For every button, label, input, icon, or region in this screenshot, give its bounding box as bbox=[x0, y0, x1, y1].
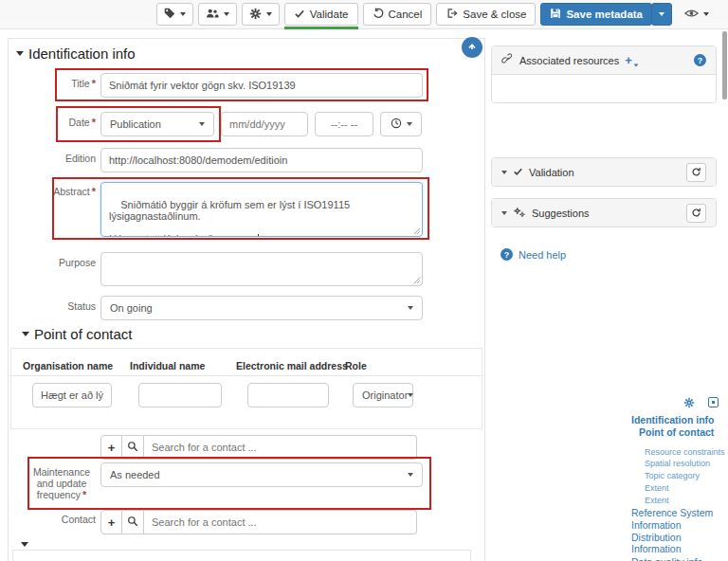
organisation-name-input[interactable] bbox=[32, 383, 112, 407]
date-label: Date* bbox=[16, 117, 96, 128]
collapse-triangle-icon[interactable] bbox=[501, 211, 507, 215]
search-contact-button[interactable] bbox=[122, 435, 144, 460]
toc-minimize-icon[interactable] bbox=[708, 397, 719, 407]
collapse-triangle-icon[interactable] bbox=[501, 171, 507, 174]
magnifier-icon bbox=[127, 441, 138, 455]
caret-down-icon bbox=[266, 12, 272, 16]
title-input[interactable] bbox=[100, 73, 423, 98]
title-label: Title* bbox=[16, 78, 96, 89]
toc-item-identification-info[interactable]: Identification info bbox=[631, 414, 728, 425]
chevron-up-icon bbox=[466, 39, 478, 56]
section-title: Identification info bbox=[28, 45, 136, 62]
associated-resources-panel: Associated resources bbox=[491, 45, 717, 103]
collapse-triangle-icon[interactable] bbox=[21, 542, 28, 547]
section-title: Point of contact bbox=[34, 326, 132, 342]
maintenance-frequency-select[interactable]: As needed bbox=[100, 462, 423, 487]
save-close-icon bbox=[446, 8, 458, 21]
need-help-link[interactable]: Need help bbox=[500, 248, 717, 261]
contact-search-input[interactable] bbox=[144, 510, 417, 534]
save-metadata-dropdown-button[interactable] bbox=[651, 3, 672, 26]
refresh-icon bbox=[691, 167, 701, 177]
purpose-label: Purpose bbox=[16, 257, 96, 268]
refresh-icon bbox=[691, 208, 701, 218]
caret-down-icon bbox=[199, 122, 205, 126]
contact-search-input[interactable] bbox=[144, 435, 417, 460]
caret-down-icon bbox=[703, 12, 709, 16]
date-type-select[interactable]: Publication bbox=[100, 112, 214, 136]
toc-item-extent[interactable]: Extent bbox=[631, 483, 728, 495]
floppy-disk-icon bbox=[550, 8, 561, 21]
scroll-to-top-button[interactable] bbox=[462, 37, 482, 58]
abstract-textarea[interactable]: Sniðmátið byggir á kröfum sem er lýst í … bbox=[100, 182, 423, 237]
privileges-menu-button[interactable] bbox=[198, 3, 237, 26]
caret-down-icon bbox=[180, 12, 186, 16]
identification-info-header[interactable]: Identification info bbox=[16, 45, 136, 62]
caret-down-icon bbox=[408, 306, 413, 310]
refresh-validation-button[interactable] bbox=[686, 163, 706, 182]
column-header-email: Electronic mail address bbox=[236, 360, 348, 371]
toc-gear-icon[interactable] bbox=[683, 397, 695, 410]
abstract-label: Abstract* bbox=[16, 186, 96, 197]
cancel-button[interactable]: Cancel bbox=[363, 3, 432, 26]
collapse-triangle-icon bbox=[22, 332, 29, 336]
edition-input[interactable] bbox=[100, 148, 423, 172]
required-asterisk: * bbox=[92, 117, 96, 128]
maintenance-frequency-label: Maintenance and update frequency* bbox=[26, 466, 98, 500]
toc-item-extent[interactable]: Extent bbox=[631, 496, 728, 507]
resize-grip[interactable] bbox=[413, 277, 420, 283]
column-header-role: Role bbox=[345, 360, 367, 371]
date-input[interactable] bbox=[221, 112, 308, 136]
individual-name-input[interactable] bbox=[138, 383, 222, 407]
validation-panel: Validation bbox=[491, 157, 717, 187]
save-metadata-button[interactable]: Save metadata bbox=[540, 3, 652, 26]
toc-item-spatial-resolution[interactable]: Spatial resolution bbox=[631, 459, 728, 470]
toc-item-reference-system-information[interactable]: Reference System Information bbox=[631, 507, 728, 531]
add-contact-button[interactable] bbox=[100, 435, 122, 460]
editor-sidebar: Associated resources Validation Sugges bbox=[491, 45, 717, 261]
toc-item-distribution-information[interactable]: Distribution Information bbox=[631, 532, 728, 555]
caret-down-icon bbox=[659, 12, 664, 16]
column-header-individual: Individual name bbox=[130, 360, 205, 371]
toc-item-point-of-contact[interactable]: Point of contact bbox=[631, 426, 728, 438]
table-of-contents-panel: Identification info Point of contact Res… bbox=[631, 392, 728, 561]
refresh-suggestions-button[interactable] bbox=[686, 204, 706, 223]
caret-down-icon bbox=[633, 63, 638, 66]
time-input[interactable] bbox=[315, 112, 373, 136]
email-input[interactable] bbox=[247, 383, 329, 407]
view-menu-button[interactable] bbox=[677, 3, 717, 26]
scrollbar-thumb[interactable] bbox=[722, 31, 727, 100]
role-select[interactable]: Originator bbox=[353, 383, 413, 407]
validation-title: Validation bbox=[529, 167, 574, 178]
help-icon[interactable] bbox=[694, 54, 706, 66]
add-contact-button[interactable] bbox=[100, 510, 122, 534]
gear-icon bbox=[249, 8, 262, 22]
status-select[interactable]: On going bbox=[100, 296, 423, 320]
next-section-panel bbox=[12, 550, 471, 561]
associated-resources-title: Associated resources bbox=[519, 55, 619, 66]
resize-grip[interactable] bbox=[413, 227, 420, 234]
validate-button[interactable]: Validate bbox=[284, 3, 358, 26]
users-icon bbox=[206, 8, 219, 21]
save-and-close-button[interactable]: Save & close bbox=[436, 3, 536, 26]
check-icon bbox=[294, 9, 305, 21]
required-asterisk: * bbox=[92, 186, 96, 197]
status-label: Status bbox=[16, 300, 96, 312]
validate-label: Validate bbox=[310, 9, 349, 20]
gears-icon bbox=[513, 207, 526, 220]
save-metadata-label: Save metadata bbox=[566, 9, 643, 20]
categories-menu-button[interactable] bbox=[156, 3, 193, 26]
purpose-textarea[interactable] bbox=[100, 252, 423, 286]
suggestions-panel: Suggestions bbox=[491, 198, 717, 227]
suggestions-title: Suggestions bbox=[532, 208, 590, 219]
point-of-contact-header[interactable]: Point of contact bbox=[22, 326, 132, 342]
associated-resources-body bbox=[492, 74, 716, 102]
search-contact-button[interactable] bbox=[122, 510, 144, 534]
settings-menu-button[interactable] bbox=[242, 3, 280, 26]
toc-item-topic-category[interactable]: Topic category bbox=[631, 471, 728, 482]
toc-item-data-quality-info[interactable]: Data quality info bbox=[631, 556, 728, 561]
add-resource-button[interactable] bbox=[625, 53, 639, 67]
datetime-picker-button[interactable] bbox=[380, 112, 422, 136]
caret-down-icon bbox=[408, 473, 413, 477]
toc-item-resource-constraints[interactable]: Resource constraints bbox=[631, 447, 728, 459]
toc-list: Identification info Point of contact Res… bbox=[631, 414, 728, 561]
